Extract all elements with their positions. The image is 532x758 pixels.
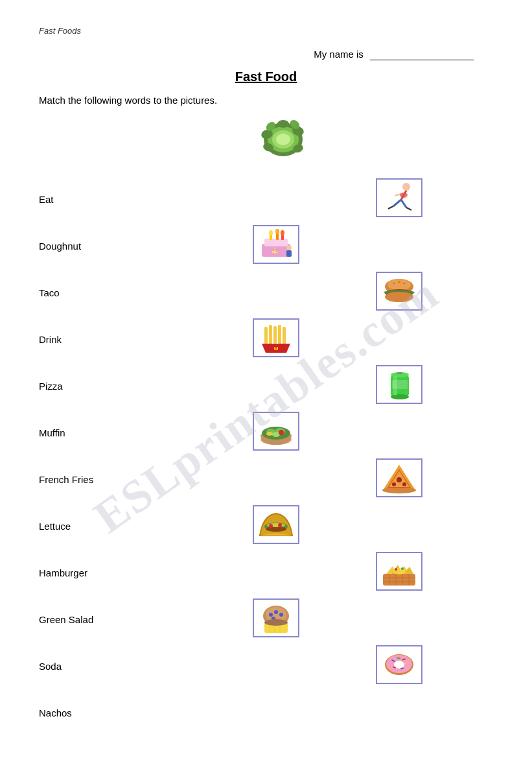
svg-rect-29 xyxy=(286,250,292,257)
svg-point-60 xyxy=(382,487,416,493)
svg-rect-38 xyxy=(264,327,268,345)
svg-rect-41 xyxy=(278,325,281,344)
svg-point-31 xyxy=(387,279,411,290)
word-lettuce: Lettuce xyxy=(39,521,156,532)
word-hamburger: Hamburger xyxy=(39,567,156,578)
row-french-fries: French Fries xyxy=(39,456,493,503)
svg-point-32 xyxy=(393,283,395,284)
word-soda: Soda xyxy=(39,661,156,672)
svg-point-89 xyxy=(279,613,283,617)
svg-line-14 xyxy=(393,200,401,206)
svg-point-82 xyxy=(393,568,406,574)
word-pizza: Pizza xyxy=(39,381,156,392)
svg-point-33 xyxy=(398,281,400,283)
image-box-soda-can xyxy=(376,365,422,404)
svg-point-95 xyxy=(264,619,288,626)
svg-point-84 xyxy=(401,567,404,570)
word-taco: Taco xyxy=(39,287,156,298)
svg-rect-40 xyxy=(273,326,277,344)
image-box-hamburger xyxy=(376,272,422,311)
svg-point-34 xyxy=(403,283,406,284)
image-box-pizza xyxy=(376,458,422,497)
name-line: My name is xyxy=(39,49,493,60)
svg-point-57 xyxy=(266,432,273,436)
lettuce-top-image xyxy=(259,115,308,166)
row-soda: Soda xyxy=(39,643,493,689)
row-doughnut: Doughnut 🎂 xyxy=(39,222,493,269)
svg-point-18 xyxy=(400,193,408,198)
svg-point-24 xyxy=(269,230,273,235)
row-green-salad: Green Salad xyxy=(39,596,493,643)
svg-point-64 xyxy=(392,482,396,486)
svg-text:M: M xyxy=(274,346,279,351)
svg-rect-42 xyxy=(283,327,286,345)
image-box-cake: 🎂 xyxy=(253,225,299,264)
svg-point-47 xyxy=(391,394,409,399)
svg-rect-71 xyxy=(383,574,415,586)
svg-point-8 xyxy=(277,120,289,128)
row-pizza: Pizza xyxy=(39,362,493,409)
page-title: Fast Food xyxy=(39,69,493,84)
row-eat: Eat xyxy=(39,176,493,222)
svg-text:🎂: 🎂 xyxy=(271,246,279,255)
row-lettuce: Lettuce xyxy=(39,503,493,549)
row-drink: Drink M xyxy=(39,316,493,362)
row-muffin: Muffin xyxy=(39,409,493,456)
image-box-runner xyxy=(376,178,422,217)
svg-point-11 xyxy=(402,183,410,191)
svg-point-69 xyxy=(269,524,273,528)
svg-point-25 xyxy=(275,229,279,234)
word-green-salad: Green Salad xyxy=(39,614,156,625)
name-prompt: My name is xyxy=(314,49,364,60)
image-box-muffin xyxy=(253,598,299,637)
word-eat: Eat xyxy=(39,194,156,205)
row-nachos: Nachos xyxy=(39,689,493,736)
row-hamburger: Hamburger xyxy=(39,549,493,596)
image-box-nachos xyxy=(376,552,422,591)
svg-line-17 xyxy=(406,207,411,210)
image-box-doughnut xyxy=(376,645,422,684)
page-label: Fast Foods xyxy=(39,26,493,36)
svg-rect-39 xyxy=(269,325,272,344)
word-doughnut: Doughnut xyxy=(39,241,156,252)
word-drink: Drink xyxy=(39,334,156,345)
svg-point-67 xyxy=(266,527,286,532)
svg-point-65 xyxy=(402,482,406,486)
row-taco: Taco xyxy=(39,269,493,316)
svg-rect-49 xyxy=(397,372,402,374)
image-box-salad xyxy=(253,412,299,451)
word-nachos: Nachos xyxy=(39,707,156,718)
svg-rect-50 xyxy=(392,380,408,389)
svg-line-16 xyxy=(388,206,393,209)
svg-point-83 xyxy=(395,568,397,571)
name-underline xyxy=(370,49,474,60)
image-box-taco xyxy=(253,505,299,544)
svg-line-15 xyxy=(401,200,406,207)
word-muffin: Muffin xyxy=(39,427,156,438)
image-box-fries: M xyxy=(253,318,299,357)
instructions: Match the following words to the picture… xyxy=(39,95,493,106)
svg-point-70 xyxy=(278,523,282,527)
content-area: Eat Doughnut xyxy=(39,121,493,736)
svg-point-56 xyxy=(279,430,284,435)
svg-point-3 xyxy=(276,134,290,145)
svg-point-26 xyxy=(281,230,284,235)
svg-point-37 xyxy=(385,292,413,302)
svg-point-88 xyxy=(274,610,278,614)
svg-rect-20 xyxy=(264,239,288,246)
svg-point-28 xyxy=(286,245,292,250)
word-french-fries: French Fries xyxy=(39,474,156,485)
svg-point-63 xyxy=(397,477,402,482)
svg-point-87 xyxy=(269,613,273,617)
